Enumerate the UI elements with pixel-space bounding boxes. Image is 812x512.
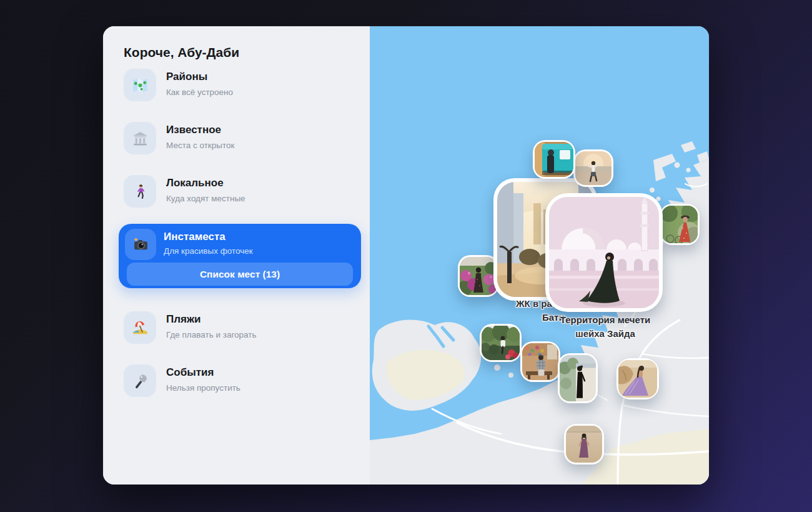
microphone-icon [124,364,156,397]
food-truck-photo [535,142,573,177]
map-label-zk-line1: ЖК в ра [516,298,552,309]
flower-shop-photo [522,343,558,380]
museum-icon [124,122,156,154]
sidebar-item-events[interactable]: События Нельзя пропустить [124,364,240,397]
item-subtitle: Места с открыток [166,141,234,150]
map-icon [124,69,156,101]
item-subtitle: Нельзя пропустить [166,383,240,393]
item-title: Инстаместа [164,231,225,243]
red-dress-photo [661,206,698,243]
beach-icon [124,311,156,344]
purple-dress-beach-photo [566,426,602,463]
item-subtitle: Куда ходят местные [166,194,245,203]
photo-marker-flower-shop[interactable] [520,341,560,382]
item-subtitle: Как всё устроено [166,88,233,97]
item-title: Локальное [166,177,245,189]
page-title: Короче, Абу-Даби [124,45,239,60]
item-title: Районы [166,71,233,83]
flower-garden-photo [460,257,497,295]
photo-marker-red-dress[interactable] [660,204,700,245]
photo-marker-beach-dancer[interactable] [573,149,613,187]
sidebar-item-instaplaces[interactable]: Инстаместа Для красивых фоточек Список м… [119,224,361,288]
walker-icon [124,175,156,208]
beach-dancer-photo [575,151,611,185]
map-label-mosque: Территория мечети шейха Зайда [559,313,651,341]
city-guide-window: Короче, Абу-Даби Районы Как всё устроено… [103,26,709,484]
item-subtitle: Где плавать и загорать [166,330,257,339]
sidebar-item-local[interactable]: Локальное Куда ходят местные [124,175,245,208]
black-outfit-photo [560,355,596,401]
mosque-photo [549,197,659,308]
photo-marker-purple-dress-rocks[interactable] [616,358,659,399]
places-list-button[interactable]: Список мест (13) [127,263,353,286]
park-garden-photo [482,326,520,360]
photo-marker-park-garden[interactable] [480,324,522,362]
item-title: Пляжи [166,313,257,326]
sidebar-item-districts[interactable]: Районы Как всё устроено [124,69,233,101]
photo-marker-purple-dress-beach[interactable] [564,424,604,464]
camera-icon [125,229,156,260]
item-title: Известное [166,124,234,136]
photo-marker-food-truck[interactable] [533,140,575,179]
sidebar-item-famous[interactable]: Известное Места с открыток [124,122,234,154]
sidebar-item-beaches[interactable]: Пляжи Где плавать и загорать [124,311,257,344]
sidebar: Короче, Абу-Даби Районы Как всё устроено… [103,26,370,484]
photo-marker-black-outfit[interactable] [558,353,598,403]
purple-dress-rocks-photo [618,360,657,398]
item-subtitle: Для красивых фоточек [164,246,253,256]
photo-marker-mosque[interactable] [545,193,663,312]
map-panel[interactable]: ЖК в ра Бати Территория мечети шейха Зай… [370,26,709,484]
item-title: События [166,366,240,379]
